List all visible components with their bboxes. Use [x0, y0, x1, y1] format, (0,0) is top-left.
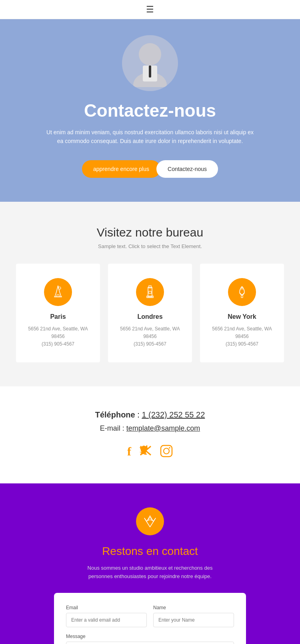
- form-logo-icon: [136, 507, 164, 535]
- london-landmark-svg: [143, 285, 157, 299]
- svg-rect-12: [161, 445, 172, 457]
- newyork-address: 5656 21nd Ave, Seattle, WA 98456(315) 90…: [208, 325, 276, 348]
- ny-landmark-svg: [235, 285, 249, 299]
- name-group: Name: [153, 605, 234, 627]
- name-field-label: Name: [153, 605, 234, 610]
- svg-text:𝕏: 𝕏: [139, 446, 147, 456]
- phone-label: Téléphone: [95, 410, 135, 419]
- facebook-icon[interactable]: f: [127, 445, 131, 459]
- name-input[interactable]: [153, 613, 234, 627]
- hero-subtitle: Ut enim ad minim veniam, quis nostrud ex…: [46, 128, 254, 146]
- phone-line: Téléphone : 1 (232) 252 55 22: [16, 410, 284, 419]
- office-card-newyork: New York 5656 21nd Ave, Seattle, WA 9845…: [200, 264, 284, 363]
- email-group: Email: [66, 605, 147, 627]
- hamburger-icon[interactable]: ☰: [146, 4, 154, 15]
- phone-separator: :: [135, 410, 142, 419]
- footer-form-section: Restons en contact Nous sommes un studio…: [0, 483, 300, 644]
- navbar: ☰: [0, 0, 300, 19]
- paris-name: Paris: [50, 313, 66, 320]
- paris-landmark-svg: [51, 285, 65, 299]
- footer-description: Nous sommes un studio ambitieux et reche…: [86, 564, 214, 581]
- email-label: E-mail :: [100, 424, 126, 432]
- paris-icon: [44, 278, 72, 306]
- logo-svg: [143, 514, 157, 529]
- footer-title: Restons en contact: [102, 545, 198, 558]
- svg-point-13: [164, 448, 169, 454]
- office-card-londres: Londres 5656 21nd Ave, Seattle, WA 98456…: [108, 264, 192, 363]
- newyork-name: New York: [228, 313, 256, 320]
- bureau-section: Visitez notre bureau Sample text. Click …: [0, 202, 300, 387]
- instagram-icon[interactable]: [160, 445, 173, 459]
- message-field-label: Message: [66, 634, 234, 639]
- contact-form: Email Name Message Soumettre: [54, 593, 246, 644]
- londres-address: 5656 21nd Ave, Seattle, WA 98456(315) 90…: [116, 325, 184, 348]
- form-row-1: Email Name: [66, 605, 234, 627]
- svg-rect-8: [149, 286, 151, 288]
- phone-number[interactable]: 1 (232) 252 55 22: [142, 410, 205, 419]
- londres-icon: [136, 278, 164, 306]
- hero-section: Contactez-nous Ut enim ad minim veniam, …: [0, 19, 300, 202]
- newyork-icon: [228, 278, 256, 306]
- email-field-label: Email: [66, 605, 147, 610]
- email-line: E-mail : template@sample.com: [16, 424, 284, 433]
- office-card-paris: Paris 5656 21nd Ave, Seattle, WA 98456(3…: [16, 264, 100, 363]
- message-input[interactable]: [66, 642, 234, 644]
- paris-address: 5656 21nd Ave, Seattle, WA 98456(315) 90…: [24, 325, 92, 348]
- svg-point-0: [139, 43, 161, 66]
- bureau-title: Visitez notre bureau: [16, 226, 284, 239]
- learn-more-button[interactable]: apprendre encore plus: [82, 160, 160, 178]
- svg-point-14: [169, 447, 170, 449]
- londres-name: Londres: [137, 313, 162, 320]
- hero-buttons: apprendre encore plus Contactez-nous: [82, 160, 218, 178]
- contact-info-section: Téléphone : 1 (232) 252 55 22 E-mail : t…: [0, 386, 300, 483]
- hero-title: Contactez-nous: [84, 101, 216, 121]
- instagram-svg: [160, 445, 173, 457]
- email-input[interactable]: [66, 613, 147, 627]
- bureau-subtitle: Sample text. Click to select the Text El…: [16, 243, 284, 249]
- social-icons: f 𝕏: [16, 445, 284, 459]
- svg-rect-9: [149, 291, 151, 294]
- twitter-icon[interactable]: 𝕏: [139, 445, 152, 459]
- svg-rect-10: [241, 295, 243, 298]
- person-svg: [130, 39, 170, 87]
- email-address[interactable]: template@sample.com: [126, 424, 200, 432]
- offices-container: Paris 5656 21nd Ave, Seattle, WA 98456(3…: [16, 264, 284, 363]
- contact-button[interactable]: Contactez-nous: [156, 160, 218, 178]
- message-group: Message: [66, 634, 234, 644]
- avatar: [122, 35, 178, 91]
- svg-rect-3: [149, 66, 151, 78]
